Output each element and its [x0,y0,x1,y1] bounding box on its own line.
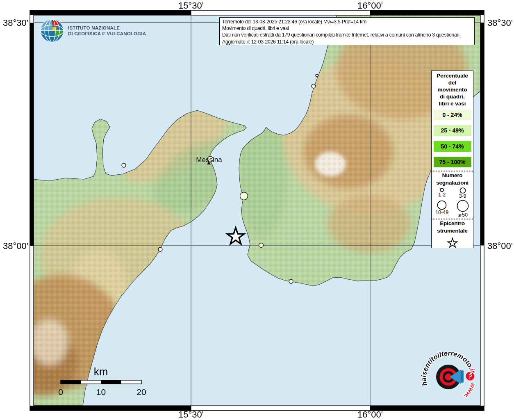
city-label-messina: Messina [196,156,222,164]
report-circle [316,74,318,77]
legend-title-line: Percentuale [437,72,468,79]
scale-tick-10: 10 [96,387,106,397]
legend-title-line: Numero [436,172,469,179]
legend-title-line: del [437,79,468,86]
legend-title-line: segnalazioni [436,179,469,187]
report-circle [122,163,126,167]
legend-star-icon [446,236,459,248]
axis-label-bottom-16-00: 16°00' [357,409,383,420]
report-circle [312,84,316,88]
ingv-logo-text: ISTITUTO NAZIONALE DI GEOFISICA E VULCAN… [68,25,146,37]
size-key-10-49: 10-49 [435,199,449,218]
legend-separator [432,171,473,171]
report-circle [259,243,264,248]
haisentitoilterremoto-map-page: Messina km 0 10 20 ? haisentitoil [0,0,514,420]
size-key-label: 1-2 [438,192,446,198]
scale-tick-20: 20 [136,387,146,397]
scale-bar-unit: km [94,365,108,378]
axis-label-top-16-00: 16°00' [357,0,383,11]
axis-label-right-38-00: 38°00' [487,241,513,251]
earthquake-info-box: Terremoto del 13-03-2025 21:23:46 (ora l… [219,17,475,45]
size-key-label: 3-9 [459,194,466,199]
legend-swatch-0-24: 0 - 24% [434,110,471,120]
legend-title-line: Epicentro [437,220,467,227]
ingv-logo: ISTITUTO NAZIONALE DI GEOFISICA E VULCAN… [40,18,146,43]
report-circle [240,192,248,200]
legend-title-line: movimento [437,86,468,93]
report-circle [289,279,293,283]
axis-label-left-38-00: 38°00' [3,241,28,251]
legend-percent-title: Percentuale del movimento di quadri, lib… [437,72,468,107]
ingv-globe-icon [40,18,64,43]
legend-star [448,238,457,247]
legend-swatch-25-49: 25 - 49% [434,125,471,136]
ingv-line1: ISTITUTO NAZIONALE [68,25,146,31]
report-size-key: 1-2 3-9 10-49 ⩾50 [432,187,473,218]
size-key-label: 10-49 [435,210,448,215]
megaphone-mouth [461,370,464,383]
legend-separator [432,219,473,219]
legend-swatch-label: 0 - 24% [442,112,462,118]
info-line-effect: Movimento di quadri, libri e vasi [222,25,472,32]
axis-label-bottom-15-30: 15°30' [178,409,204,420]
legend-swatch-75-100: 75 - 100% [434,157,471,167]
size-key-3-9: 3-9 [456,187,470,199]
legend-epicenter-title: Epicentro strumentale [437,220,467,235]
info-line-event: Terremoto del 13-03-2025 21:23:46 (ora l… [222,18,472,25]
legend-swatch-label: 25 - 49% [441,127,464,134]
legend-title-line: strumentale [437,227,467,235]
legend-title-line: di quadri, [437,93,468,100]
scale-tick-0: 0 [58,387,63,397]
ingv-line2: DI GEOFISICA E VULCANOLOGIA [68,31,146,37]
legend-swatch-50-74: 50 - 74% [434,141,471,152]
axis-label-left-38-30: 38°30' [3,18,28,28]
legend-reports-title: Numero segnalazioni [436,172,469,187]
axis-label-top-15-30: 15°30' [178,0,204,11]
info-line-source: Dati non verificati estratti da 179 ques… [222,32,472,38]
legend-title-line: libri e vasi [437,100,468,107]
legend-swatch-label: 75 - 100% [439,159,466,165]
legend-swatch-label: 50 - 74% [441,143,464,150]
size-key-1-2: 1-2 [435,187,449,199]
info-line-updated: Aggiornato il: 12-03-2026 11:14 (ora loc… [222,39,472,45]
report-circle [158,247,162,251]
map-legend: Percentuale del movimento di quadri, lib… [431,71,473,248]
size-key-label: ⩾50 [458,212,468,218]
size-key-50: ⩾50 [456,199,470,218]
axis-label-right-38-30: 38°30' [487,18,513,28]
